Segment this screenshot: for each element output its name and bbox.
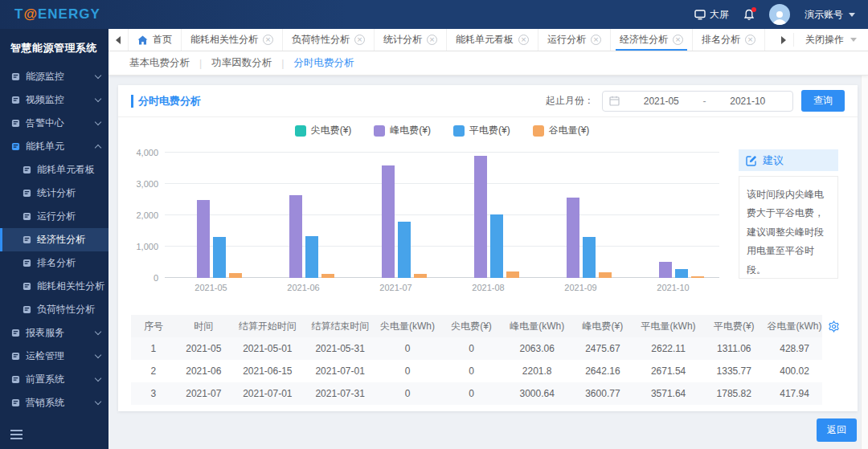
date-to-value[interactable]: 2021-10 bbox=[710, 96, 787, 107]
sidebar-item-label: 运行分析 bbox=[37, 210, 76, 223]
subtab-item[interactable]: 基本电费分析 bbox=[120, 56, 199, 70]
inspection-management-icon bbox=[11, 352, 20, 361]
scrollbar[interactable] bbox=[861, 51, 868, 449]
sidebar-item[interactable]: 排名分析 bbox=[0, 251, 108, 275]
column-header: 结算开始时间 bbox=[231, 315, 304, 337]
billing-table: 序号时间结算开始时间结算结束时间尖电量(kWh)尖电费(¥)峰电量(kWh)峰电… bbox=[131, 315, 822, 411]
tab-close-icon[interactable]: × bbox=[427, 35, 437, 45]
column-header: 平电量(kWh) bbox=[636, 315, 702, 337]
table-cell: 2021-07-01 bbox=[304, 360, 376, 382]
legend-label: 平电费(¥) bbox=[469, 124, 510, 137]
query-button[interactable]: 查询 bbox=[801, 90, 845, 112]
tab-item[interactable]: 能耗单元看板× bbox=[447, 29, 538, 51]
tab-item[interactable]: 经济性分析× bbox=[611, 29, 693, 51]
notification-badge bbox=[751, 7, 756, 12]
sidebar-item[interactable]: 运行分析 bbox=[0, 205, 108, 228]
subtab-item[interactable]: 功率因数分析 bbox=[202, 56, 281, 70]
edit-note-icon bbox=[746, 155, 757, 166]
sidebar-item[interactable]: 前置系统 bbox=[0, 368, 108, 391]
sidebar-item[interactable]: 告警中心 bbox=[0, 112, 108, 135]
table-cell: 3600.77 bbox=[570, 382, 636, 405]
back-button[interactable]: 返回 bbox=[817, 418, 857, 442]
tab-item[interactable]: 负荷特性分析× bbox=[283, 29, 375, 51]
tab-home[interactable]: 首页 bbox=[129, 29, 182, 51]
collapse-menu-icon[interactable] bbox=[10, 430, 23, 439]
sidebar-item[interactable]: 营销系统 bbox=[0, 391, 108, 414]
table-cell: 3908.16 bbox=[570, 405, 636, 411]
tab-label: 能耗单元看板 bbox=[456, 33, 514, 47]
table-cell: 3256.8 bbox=[504, 405, 570, 411]
sidebar-item[interactable]: 负荷特性分析 bbox=[0, 298, 108, 321]
sidebar-item[interactable]: 经济性分析 bbox=[0, 228, 108, 251]
notification-bell-button[interactable] bbox=[743, 9, 755, 21]
column-header: 尖电量(kWh) bbox=[376, 315, 438, 337]
month-range-picker[interactable]: 2021-05 - 2021-10 bbox=[602, 91, 793, 112]
table-cell: 2622.11 bbox=[636, 337, 702, 360]
table-cell: 1335.77 bbox=[701, 360, 767, 382]
calendar-icon bbox=[609, 96, 620, 106]
bar bbox=[599, 272, 612, 278]
close-operations-dropdown[interactable]: 关闭操作 bbox=[793, 33, 868, 47]
sidebar-item-label: 负荷特性分析 bbox=[37, 303, 95, 316]
chevron-down-icon bbox=[850, 38, 857, 42]
sidebar-item[interactable]: 能耗单元看板 bbox=[0, 158, 108, 182]
sidebar-item[interactable]: 能耗单元 bbox=[0, 135, 108, 158]
monitor-icon bbox=[694, 10, 706, 20]
video-monitor-icon bbox=[11, 96, 20, 104]
suggestion-title: 建议 bbox=[763, 153, 784, 168]
table-cell: 2201.8 bbox=[504, 360, 570, 382]
sidebar-item[interactable]: 统计分析 bbox=[0, 182, 108, 205]
tab-close-icon[interactable]: × bbox=[354, 35, 365, 45]
table-cell: 2021-07-01 bbox=[231, 382, 304, 405]
tab-item[interactable]: 统计分析× bbox=[375, 29, 447, 51]
big-screen-button[interactable]: 大屏 bbox=[694, 8, 729, 22]
stats-analysis-icon bbox=[23, 189, 31, 198]
load-characteristic-icon bbox=[23, 305, 31, 314]
bar bbox=[490, 214, 503, 278]
x-tick-label: 2021-08 bbox=[442, 283, 534, 292]
legend-item[interactable]: 谷电量(¥) bbox=[533, 124, 590, 137]
table-cell: 448.88 bbox=[767, 405, 822, 411]
sidebar-item[interactable]: 能耗相关性分析 bbox=[0, 275, 108, 298]
subtab-item[interactable]: 分时电费分析 bbox=[285, 56, 364, 70]
tab-close-icon[interactable]: × bbox=[263, 35, 273, 45]
table-cell: 428.97 bbox=[767, 337, 822, 360]
table-row: 22021-062021-06-152021-07-01002201.82642… bbox=[131, 360, 822, 382]
table-cell: 2475.67 bbox=[570, 337, 636, 360]
legend-item[interactable]: 峰电费(¥) bbox=[374, 124, 431, 137]
table-row: 32021-072021-07-012021-07-31003000.64360… bbox=[131, 382, 822, 405]
tabs-scroll-left-button[interactable] bbox=[108, 29, 128, 51]
tab-close-icon[interactable]: × bbox=[673, 35, 683, 45]
alarm-center-icon bbox=[11, 119, 20, 128]
table-row: 42021-082021-08-012021-08-31003256.83908… bbox=[131, 405, 822, 411]
sidebar-item[interactable]: 报表服务 bbox=[0, 321, 108, 345]
bar bbox=[583, 237, 596, 278]
legend-item[interactable]: 平电费(¥) bbox=[453, 124, 510, 137]
sidebar-item-label: 营销系统 bbox=[26, 396, 64, 410]
legend-item[interactable]: 尖电费(¥) bbox=[295, 124, 352, 137]
table-settings-gear-icon[interactable] bbox=[828, 320, 840, 333]
tab-item[interactable]: 能耗相关性分析× bbox=[182, 29, 283, 51]
x-tick-label: 2021-05 bbox=[165, 283, 257, 292]
tab-label: 统计分析 bbox=[383, 33, 422, 47]
table-cell: 0 bbox=[376, 360, 438, 382]
tab-close-icon[interactable]: × bbox=[745, 35, 755, 45]
sidebar-item[interactable]: 运检管理 bbox=[0, 345, 108, 368]
bar-group bbox=[257, 153, 350, 278]
tab-close-icon[interactable]: × bbox=[591, 35, 601, 45]
sidebar-item-label: 经济性分析 bbox=[37, 233, 85, 247]
marketing-system-icon bbox=[11, 398, 20, 407]
tab-item[interactable]: 排名分析× bbox=[693, 29, 765, 51]
app-title: 智慧能源管理系统 bbox=[0, 29, 108, 65]
table-cell: 2014.99 bbox=[701, 405, 767, 411]
bar bbox=[659, 262, 672, 278]
avatar[interactable] bbox=[769, 4, 790, 25]
tab-close-icon[interactable]: × bbox=[518, 35, 529, 45]
arrow-left-icon bbox=[116, 36, 121, 44]
sidebar-item[interactable]: 视频监控 bbox=[0, 88, 108, 112]
tabs-scroll-right-button[interactable] bbox=[774, 36, 793, 44]
sidebar-item[interactable]: 能源监控 bbox=[0, 65, 108, 88]
date-from-value[interactable]: 2021-05 bbox=[623, 96, 700, 107]
tab-item[interactable]: 运行分析× bbox=[538, 29, 611, 51]
account-menu[interactable]: 演示账号 bbox=[805, 8, 855, 22]
